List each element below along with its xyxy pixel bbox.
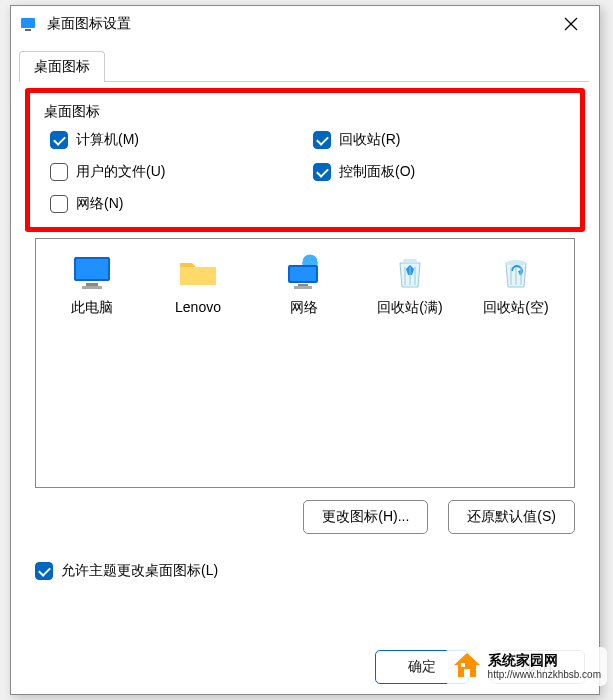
checkbox-input[interactable] bbox=[50, 195, 68, 213]
icon-label: 此电脑 bbox=[71, 299, 113, 317]
svg-rect-7 bbox=[82, 286, 102, 289]
checkbox-network[interactable]: 网络(N) bbox=[50, 195, 303, 213]
icon-preview-panel: 此电脑 Lenovo bbox=[35, 238, 575, 488]
icon-label: 回收站(满) bbox=[377, 299, 442, 317]
icon-label: Lenovo bbox=[175, 299, 221, 315]
checkbox-label: 网络(N) bbox=[76, 195, 123, 213]
icon-recycle-empty[interactable]: 回收站(空) bbox=[470, 253, 562, 317]
checkbox-label: 控制面板(O) bbox=[339, 163, 415, 181]
checkbox-user-files[interactable]: 用户的文件(U) bbox=[50, 163, 303, 181]
svg-rect-0 bbox=[21, 18, 35, 28]
checkbox-input[interactable] bbox=[313, 131, 331, 149]
checkbox-grid: 计算机(M) 回收站(R) 用户的文件(U) 控制面板(O) 网络(N) bbox=[44, 131, 566, 213]
icon-network[interactable]: 网络 bbox=[258, 253, 350, 317]
titlebar: 桌面图标设置 bbox=[11, 6, 599, 42]
tab-content: 桌面图标 计算机(M) 回收站(R) 用户的文件(U) 控制面板(O) bbox=[21, 81, 589, 580]
recycle-bin-empty-icon bbox=[494, 253, 538, 293]
svg-rect-1 bbox=[25, 29, 31, 31]
checkbox-computer[interactable]: 计算机(M) bbox=[50, 131, 303, 149]
tab-desktop-icons[interactable]: 桌面图标 bbox=[19, 51, 105, 82]
watermark-url: http://www.hnzkhbsb.com bbox=[488, 669, 601, 680]
svg-rect-23 bbox=[461, 663, 465, 667]
checkbox-label: 允许主题更改桌面图标(L) bbox=[61, 562, 218, 580]
svg-rect-11 bbox=[298, 284, 308, 286]
checkbox-recycle-bin[interactable]: 回收站(R) bbox=[313, 131, 566, 149]
icon-this-pc[interactable]: 此电脑 bbox=[46, 253, 138, 317]
dialog-window: 桌面图标设置 桌面图标 桌面图标 计算机(M) 回收站(R) bbox=[10, 5, 600, 695]
checkbox-input[interactable] bbox=[35, 562, 53, 580]
folder-icon bbox=[176, 253, 220, 293]
allow-theme-checkbox[interactable]: 允许主题更改桌面图标(L) bbox=[35, 562, 575, 580]
icon-action-buttons: 更改图标(H)... 还原默认值(S) bbox=[35, 500, 575, 534]
svg-rect-22 bbox=[464, 669, 470, 677]
svg-rect-12 bbox=[294, 286, 312, 289]
recycle-bin-full-icon bbox=[388, 253, 432, 293]
icon-recycle-full[interactable]: 回收站(满) bbox=[364, 253, 456, 317]
window-icon bbox=[19, 14, 39, 34]
checkbox-label: 用户的文件(U) bbox=[76, 163, 165, 181]
checkbox-label: 回收站(R) bbox=[339, 131, 400, 149]
watermark-name: 系统家园网 bbox=[488, 653, 601, 668]
checkbox-input[interactable] bbox=[50, 131, 68, 149]
checkbox-input[interactable] bbox=[50, 163, 68, 181]
restore-default-button[interactable]: 还原默认值(S) bbox=[448, 500, 575, 534]
icon-label: 网络 bbox=[290, 299, 318, 317]
checkbox-control-panel[interactable]: 控制面板(O) bbox=[313, 163, 566, 181]
groupbox-label: 桌面图标 bbox=[44, 103, 566, 121]
svg-rect-6 bbox=[86, 283, 98, 286]
close-button[interactable] bbox=[551, 9, 591, 39]
icon-lenovo-folder[interactable]: Lenovo bbox=[152, 253, 244, 315]
checkbox-label: 计算机(M) bbox=[76, 131, 139, 149]
desktop-icons-group-highlight: 桌面图标 计算机(M) 回收站(R) 用户的文件(U) 控制面板(O) bbox=[25, 88, 585, 232]
watermark: 系统家园网 http://www.hnzkhbsb.com bbox=[446, 647, 607, 686]
network-icon bbox=[282, 253, 326, 293]
svg-rect-5 bbox=[76, 259, 108, 279]
checkbox-input[interactable] bbox=[313, 163, 331, 181]
change-icon-button[interactable]: 更改图标(H)... bbox=[303, 500, 428, 534]
house-icon bbox=[452, 651, 482, 682]
window-title: 桌面图标设置 bbox=[47, 15, 551, 33]
watermark-text: 系统家园网 http://www.hnzkhbsb.com bbox=[488, 653, 601, 679]
monitor-icon bbox=[70, 253, 114, 293]
svg-rect-10 bbox=[290, 267, 316, 281]
icon-label: 回收站(空) bbox=[483, 299, 548, 317]
tab-strip: 桌面图标 bbox=[11, 42, 599, 81]
